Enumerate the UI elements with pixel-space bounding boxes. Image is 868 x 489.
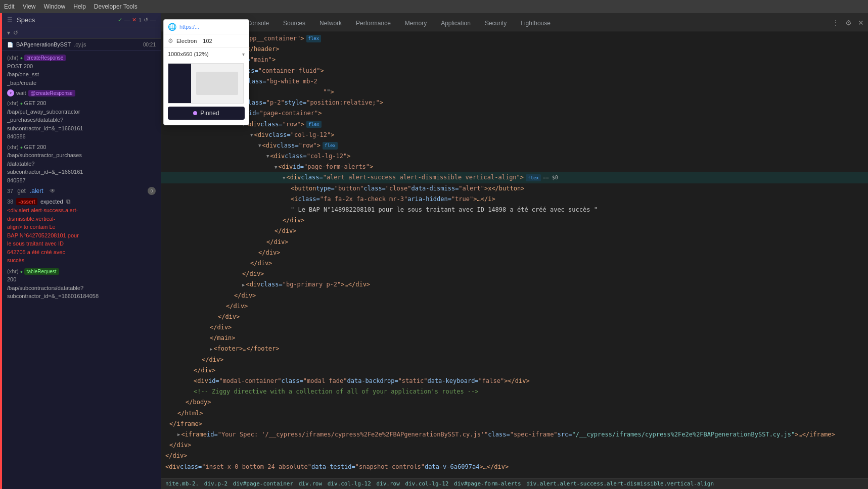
menu-help[interactable]: Help (73, 3, 86, 10)
tag-col1-close: > (331, 130, 334, 140)
attr-class-val8: "col-lg-12" (307, 152, 347, 161)
html-line-alert-div[interactable]: ▼ <div class= "alert alert-success alert… (161, 172, 868, 183)
pinned-button[interactable]: Pinned (168, 107, 245, 120)
attr-class-val10: "close" (386, 184, 412, 193)
refresh-icon[interactable]: ↺ (144, 17, 148, 23)
html-line-close-body[interactable]: </body> (161, 397, 868, 408)
html-line-close-div13[interactable]: </div> (161, 440, 868, 451)
html-line-modal[interactable]: <div id= "modal-container" class= "modal… (161, 376, 868, 386)
html-line-i[interactable]: <i class= "fa fa-2x fa-check mr-3" aria-… (161, 194, 868, 205)
browser-url: https:/... (179, 24, 199, 30)
tab-network[interactable]: Network (312, 17, 349, 31)
log-entry-get-alert[interactable]: 37 get .alert 👁 0 (2, 185, 161, 197)
bc-item-3[interactable]: div#page-container (233, 480, 293, 487)
html-line-close-div14[interactable]: </div> (161, 451, 868, 461)
tab-sources[interactable]: Sources (276, 17, 312, 31)
bc-item-9[interactable]: div.alert.alert-success.alert-dismissibl… (526, 480, 714, 487)
menu-window[interactable]: Window (43, 3, 65, 10)
assert-body-text: <div.alert.alert-success.alert- dismissi… (7, 206, 156, 265)
globe-icon: 🌐 (168, 23, 176, 31)
html-line-close-div10[interactable]: </div> (161, 322, 868, 333)
html-line-main[interactable]: ▼ <main role= "main" > (161, 55, 868, 65)
settings-icon[interactable]: ⚙ (843, 18, 854, 28)
log-entry-xhr-get2[interactable]: (xhr) ● GET 200 /bap/subcontractor_purch… (2, 142, 161, 186)
ellipsis: " (327, 87, 330, 97)
bc-item-6[interactable]: div.row (376, 480, 399, 487)
attr-backdrop: data-backdrop= (347, 376, 398, 386)
attr-testid-val: "snapshot-controls" (355, 462, 425, 472)
specs-title: Specs (17, 16, 35, 24)
html-line-close-div2[interactable]: </div> (161, 226, 868, 236)
tab-memory[interactable]: Memory (398, 17, 434, 31)
close-devtools-icon[interactable]: ✕ (856, 18, 866, 28)
bc-item-1[interactable]: nite.mb-2. (165, 480, 199, 487)
bc-item-8[interactable]: div#page-form-alerts (454, 480, 521, 487)
pinned-label: Pinned (200, 110, 219, 117)
html-line-close-main[interactable]: </main> (161, 333, 868, 344)
attr-data-dismiss-val: "alert" (459, 184, 484, 193)
html-line-col1[interactable]: ▼ <div class= "col-lg-12" > (161, 130, 868, 140)
html-line-close-div1[interactable]: </div> (161, 215, 868, 226)
html-line-close-div11[interactable]: </div> (161, 355, 868, 365)
html-line-page-container[interactable]: <div id= "page-container" > (161, 108, 868, 119)
more-tabs-icon[interactable]: ⋮ (830, 18, 841, 28)
wait-keyword: wait (16, 90, 26, 96)
copy-icon: ⧉ (66, 198, 71, 205)
tag-close-div5: </div> (250, 259, 272, 268)
html-line-col2[interactable]: ▼ <div class= "col-lg-12" > (161, 151, 868, 162)
bc-item-2[interactable]: div.p-2 (204, 480, 227, 487)
bc-item-5[interactable]: div.col-lg-12 (328, 480, 371, 487)
html-line-p2[interactable]: ▼ <div class= "p-2" style= "position:rel… (161, 97, 868, 108)
html-line-iframe-spec[interactable]: ▶ <iframe id= "Your Spec: '/__cypress/if… (161, 429, 868, 440)
menu-view[interactable]: View (23, 3, 36, 10)
count-badge: 1 (139, 17, 142, 23)
test-file-row[interactable]: 📄 BAPgenerationBySST .cy.js 00:21 (2, 39, 161, 51)
html-line-bg-white-cont[interactable]: " " > (161, 87, 868, 97)
html-line-inset[interactable]: <div class= "inset-x-0 bottom-24 absolut… (161, 462, 868, 472)
html-line-row1[interactable]: ▼ <div class= "row" > flex (161, 119, 868, 130)
html-line-close-div6[interactable]: </div> (161, 269, 868, 279)
html-line-bg-primary[interactable]: ▶ <div class= "bg-primary p-2" >…</div> (161, 279, 868, 290)
bc-item-7[interactable]: div.col-lg-12 (405, 480, 448, 487)
html-line-close-div12[interactable]: </div> (161, 365, 868, 376)
alert-text-content: " Le BAP N°148982208101 pour le sous tra… (291, 205, 598, 215)
log-entry-wait[interactable]: ♀ wait @createResponse (2, 88, 161, 98)
html-line-footer[interactable]: ▶ <footer>…</footer> (161, 344, 868, 354)
tab-application[interactable]: Application (434, 17, 478, 31)
html-line-button[interactable]: <button type= "button" class= "close" da… (161, 183, 868, 194)
chevron-down-icon[interactable]: ▾ (7, 29, 10, 36)
html-line-comment[interactable]: <!-- Ziggy directive with a collection o… (161, 386, 868, 397)
html-line-container-fluid[interactable]: ▼ <div class= "container-fluid" > (161, 66, 868, 76)
menu-developer-tools[interactable]: Developer Tools (94, 3, 138, 10)
html-line-bg-white[interactable]: ▼ <div class= "bg-white mb-2 (161, 76, 868, 87)
html-line-close-div5[interactable]: </div> (161, 258, 868, 269)
html-line-close-div4[interactable]: </div> (161, 248, 868, 258)
html-line-row2[interactable]: ▼ <div class= "row" > flex (161, 140, 868, 151)
html-line-close-div3[interactable]: </div> (161, 237, 868, 248)
html-line-1[interactable]: ▼ <div class= "app__container" > flex (161, 33, 868, 44)
html-line-close-iframe1[interactable]: </iframe> (161, 419, 868, 429)
html-line-page-form-alerts[interactable]: ▼ <div id= "page-form-alerts" > (161, 162, 868, 172)
sub-refresh-icon[interactable]: ↺ (13, 29, 18, 36)
log-entry-xhr-table[interactable]: (xhr) ● tableRequest 200 /bap/subcontrac… (2, 266, 161, 302)
attr-id2: id= (293, 162, 304, 172)
html-line-close-div8[interactable]: </div> (161, 301, 868, 312)
tab-lighthouse[interactable]: Lighthouse (514, 17, 558, 31)
xhr-get-method: GET 200 (24, 100, 47, 106)
log-entry-assert[interactable]: 38 -assert expected ⧉ <div.alert.alert-s… (2, 197, 161, 266)
log-entry-xhr-post[interactable]: (xhr) ● createResponse POST 200 /bap/one… (2, 53, 161, 88)
menu-edit[interactable]: Edit (4, 3, 15, 10)
browser-info-row[interactable]: ⚙ Electron 102 (164, 34, 249, 48)
html-line-close-html[interactable]: </html> (161, 408, 868, 419)
html-line-close-div9[interactable]: </div> (161, 312, 868, 322)
resolution-row[interactable]: 1000x660 (12%) ▾ (164, 48, 249, 60)
html-line-close-div7[interactable]: </div> (161, 290, 868, 301)
tag-close-div12: </div> (194, 366, 215, 375)
tab-security[interactable]: Security (478, 17, 514, 31)
html-line-header[interactable]: ▶ <header>…</header> (161, 44, 868, 55)
tab-performance[interactable]: Performance (349, 17, 398, 31)
bc-item-4[interactable]: div.row (299, 480, 322, 487)
browser-url-row[interactable]: 🌐 https:/... (164, 20, 249, 34)
html-line-text-content[interactable]: " Le BAP N°148982208101 pour le sous tra… (161, 205, 868, 215)
log-entry-xhr-get1[interactable]: (xhr) ● GET 200 /bap/put_away_subcontrac… (2, 98, 161, 142)
